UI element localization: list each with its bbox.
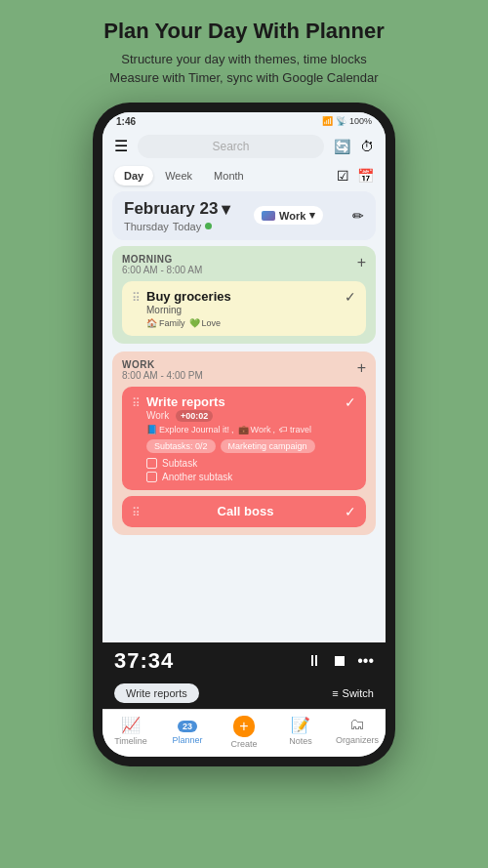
status-icons: 📶 📡 100% bbox=[322, 116, 372, 126]
tab-right-icons: ☑ 📅 bbox=[337, 168, 374, 184]
status-time: 1:46 bbox=[116, 116, 136, 127]
subtask-chips: Subtasks: 0/2 Marketing campaign bbox=[146, 439, 345, 453]
morning-time: 6:00 AM - 8:00 AM bbox=[122, 265, 202, 275]
date-header: February 23 ▾ Thursday Today Work ▾ ✏ bbox=[112, 191, 376, 240]
timer-bar: 37:34 ⏸ ⏹ ••• bbox=[102, 642, 386, 680]
hamburger-icon[interactable]: ☰ bbox=[114, 137, 128, 155]
planner-badge: 23 bbox=[178, 721, 197, 732]
task-buy-groceries: ⠿ Buy groceries Morning 🏠 Family 💚 Love … bbox=[122, 281, 366, 336]
date-subtitle: Thursday Today bbox=[124, 221, 230, 232]
nav-planner[interactable]: 23 Planner bbox=[166, 716, 210, 749]
phone-screen: 1:46 📶 📡 100% ☰ Search 🔄 ⏱ Day Week Mont… bbox=[102, 112, 386, 757]
timer-pause-button[interactable]: ⏸ bbox=[306, 652, 322, 670]
work-label-group: WORK 8:00 AM - 4:00 PM bbox=[122, 359, 203, 381]
subtask-text-2: Another subtask bbox=[162, 472, 232, 482]
subtask-checkbox-1[interactable] bbox=[146, 458, 157, 469]
date-title: February 23 ▾ bbox=[124, 199, 230, 220]
nav-create[interactable]: + Create bbox=[223, 716, 266, 749]
nav-organizers[interactable]: 🗂 Organizers bbox=[336, 716, 380, 749]
tab-day[interactable]: Day bbox=[114, 166, 153, 186]
signal-icon: 📶 bbox=[322, 116, 333, 126]
work-theme-icon bbox=[262, 211, 275, 221]
view-tabs: Day Week Month ☑ 📅 bbox=[102, 164, 386, 191]
task-row: ⠿ Buy groceries Morning 🏠 Family 💚 Love … bbox=[132, 289, 356, 328]
dropdown-arrow-icon[interactable]: ▾ bbox=[222, 199, 230, 220]
task-write-reports: ⠿ Write reports Work +00:02 📘 Explore Jo… bbox=[122, 387, 366, 490]
scroll-content: MORNING 6:00 AM - 8:00 AM + ⠿ Buy grocer… bbox=[102, 246, 386, 642]
tag-love: 💚 Love bbox=[189, 318, 222, 328]
write-reports-check[interactable]: ✓ bbox=[345, 394, 356, 410]
tag-family: 🏠 Family bbox=[146, 318, 185, 328]
timeline-label: Timeline bbox=[114, 736, 147, 746]
active-task-label[interactable]: Write reports bbox=[114, 683, 199, 703]
chip-marketing: Marketing campaign bbox=[221, 439, 315, 453]
task-subtitle: Morning bbox=[146, 305, 345, 315]
subtask-item-2: Another subtask bbox=[146, 472, 345, 482]
call-boss-row: ⠿ Call boss ✓ bbox=[122, 496, 366, 527]
nav-notes[interactable]: 📝 Notes bbox=[279, 716, 323, 749]
subtask-list: Subtask Another subtask bbox=[146, 458, 345, 482]
organizers-label: Organizers bbox=[336, 735, 379, 745]
organizers-icon: 🗂 bbox=[349, 716, 365, 733]
nav-icons: 🔄 ⏱ bbox=[334, 139, 374, 154]
work-theme-badge[interactable]: Work ▾ bbox=[254, 206, 323, 225]
battery-text: 100% bbox=[349, 116, 372, 126]
call-boss-title: Call boss bbox=[218, 504, 274, 518]
today-dot bbox=[205, 223, 212, 229]
subtask-item-1: Subtask bbox=[146, 458, 345, 469]
work-label: WORK bbox=[122, 359, 203, 370]
timer-stop-button[interactable]: ⏹ bbox=[332, 652, 347, 670]
timer-more-button[interactable]: ••• bbox=[357, 652, 374, 670]
tag-travel: 🏷 travel bbox=[279, 425, 311, 434]
refresh-icon[interactable]: 🔄 bbox=[334, 139, 350, 154]
app-header: Plan Your Day With Planner Structure you… bbox=[84, 0, 404, 98]
timer-icon[interactable]: ⏱ bbox=[360, 139, 374, 154]
call-boss-check[interactable]: ✓ bbox=[345, 504, 356, 519]
subtask-checkbox-2[interactable] bbox=[146, 472, 157, 482]
write-reports-row: ⠿ Write reports Work +00:02 📘 Explore Jo… bbox=[132, 394, 356, 482]
morning-add-button[interactable]: + bbox=[357, 254, 366, 271]
tab-month[interactable]: Month bbox=[204, 166, 254, 186]
tab-group: Day Week Month bbox=[114, 166, 254, 186]
nav-timeline[interactable]: 📈 Timeline bbox=[109, 716, 153, 749]
drag-handle-icon-3: ⠿ bbox=[132, 506, 141, 519]
write-reports-sub: Work +00:02 bbox=[146, 410, 345, 422]
timer-controls: ⏸ ⏹ ••• bbox=[306, 652, 374, 670]
bottom-nav: 📈 Timeline 23 Planner + Create 📝 Notes 🗂… bbox=[102, 709, 386, 757]
checklist-icon[interactable]: ☑ bbox=[337, 168, 349, 184]
work-section: WORK 8:00 AM - 4:00 PM + ⠿ Write reports… bbox=[112, 351, 376, 535]
drag-handle-icon-2: ⠿ bbox=[132, 396, 141, 410]
write-reports-info: Write reports Work +00:02 📘 Explore Jour… bbox=[146, 394, 345, 482]
task-check-icon[interactable]: ✓ bbox=[345, 289, 356, 305]
search-input[interactable]: Search bbox=[138, 135, 324, 158]
task-title: Buy groceries bbox=[146, 289, 345, 304]
morning-label: MORNING bbox=[122, 254, 202, 265]
subtask-text-1: Subtask bbox=[162, 458, 197, 469]
work-time: 8:00 AM - 4:00 PM bbox=[122, 370, 203, 381]
date-info: February 23 ▾ Thursday Today bbox=[124, 199, 230, 232]
calendar-icon[interactable]: 📅 bbox=[357, 168, 374, 184]
morning-section: MORNING 6:00 AM - 8:00 AM + ⠿ Buy grocer… bbox=[112, 246, 376, 344]
edit-icon[interactable]: ✏ bbox=[352, 208, 364, 224]
switch-button[interactable]: ≡ Switch bbox=[332, 687, 374, 699]
wifi-icon: 📡 bbox=[336, 116, 346, 126]
write-reports-title: Write reports bbox=[146, 394, 345, 409]
app-title: Plan Your Day With Planner bbox=[103, 18, 385, 46]
task-timer-badge: +00:02 bbox=[176, 410, 213, 422]
create-icon: + bbox=[233, 716, 254, 737]
chip-subtasks: Subtasks: 0/2 bbox=[146, 439, 216, 453]
theme-dropdown-icon: ▾ bbox=[309, 209, 315, 222]
call-boss-card: ⠿ Call boss ✓ bbox=[122, 496, 366, 527]
work-add-button[interactable]: + bbox=[357, 359, 366, 377]
timeline-icon: 📈 bbox=[121, 716, 141, 734]
switch-icon: ≡ bbox=[332, 687, 338, 699]
notes-icon: 📝 bbox=[291, 716, 310, 734]
write-reports-tags: 📘 Explore Journal it!, 💼 Work, 🏷 travel bbox=[146, 425, 345, 434]
tab-week[interactable]: Week bbox=[155, 166, 202, 186]
create-label: Create bbox=[230, 739, 257, 749]
active-task-row: Write reports ≡ Switch bbox=[102, 680, 386, 709]
morning-label-group: MORNING 6:00 AM - 8:00 AM bbox=[122, 254, 202, 275]
status-bar: 1:46 📶 📡 100% bbox=[102, 112, 386, 131]
planner-icon: 23 bbox=[178, 716, 197, 733]
notes-label: Notes bbox=[289, 736, 312, 746]
